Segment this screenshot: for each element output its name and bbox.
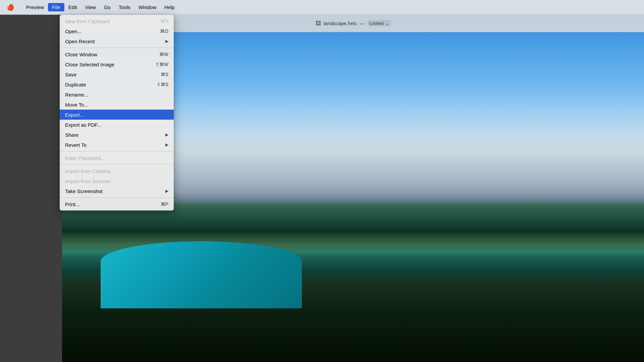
menu-item-label: Move To... <box>65 102 168 108</box>
menu-separator-1 <box>60 48 174 48</box>
menu-item-label: Import from Scanner... <box>65 178 168 184</box>
menu-item-enter-password[interactable]: Enter Password... <box>60 153 174 163</box>
menu-item-label: Rename... <box>65 92 168 98</box>
menu-separator-2 <box>60 151 174 152</box>
menubar-edit[interactable]: Edit <box>64 3 81 11</box>
menubar: 🍎 Preview File Edit View Go Tools Window… <box>0 0 644 15</box>
menu-item-print[interactable]: Print... ⌘P <box>60 199 174 209</box>
menu-item-label: Share <box>65 132 165 138</box>
menu-item-shortcut: ⌘P <box>161 201 168 207</box>
menu-item-import-camera[interactable]: Import from Camera... <box>60 166 174 176</box>
menu-item-label: Open... <box>65 28 160 34</box>
menu-item-save[interactable]: Save ⌘S <box>60 69 174 79</box>
menu-item-label: Take Screenshot <box>65 188 165 194</box>
menubar-help[interactable]: Help <box>160 3 179 11</box>
menu-item-label: Enter Password... <box>65 155 168 161</box>
menubar-preview[interactable]: Preview <box>22 3 48 11</box>
locked-badge[interactable]: Locked ⌄ <box>368 20 391 26</box>
menu-item-label: Revert To <box>65 142 165 148</box>
title-separator: — <box>360 20 365 26</box>
menu-item-shortcut: ⌘O <box>160 28 168 34</box>
menu-item-open[interactable]: Open... ⌘O <box>60 26 174 36</box>
file-icon: 🖼 <box>316 20 321 26</box>
menubar-file[interactable]: File <box>48 3 64 11</box>
menu-item-export[interactable]: Export... <box>60 110 174 120</box>
menu-item-label: Close Window <box>65 52 159 57</box>
chevron-down-icon: ⌄ <box>385 21 389 26</box>
menu-item-label: Print... <box>65 201 161 207</box>
menu-item-take-screenshot[interactable]: Take Screenshot ▶ <box>60 186 174 196</box>
menu-item-new-from-clipboard[interactable]: New from Clipboard ⌘N <box>60 16 174 26</box>
menu-item-label: New from Clipboard <box>65 18 160 24</box>
menu-item-label: Export as PDF... <box>65 122 168 128</box>
menu-item-label: Export... <box>65 112 168 118</box>
menubar-go[interactable]: Go <box>100 3 115 11</box>
submenu-arrow-icon: ▶ <box>165 189 168 193</box>
menu-separator-4 <box>60 197 174 198</box>
submenu-arrow-icon: ▶ <box>165 142 168 147</box>
menu-item-move-to[interactable]: Move To... <box>60 100 174 110</box>
menubar-tools[interactable]: Tools <box>115 3 135 11</box>
menu-item-label: Open Recent <box>65 39 165 44</box>
menu-item-share[interactable]: Share ▶ <box>60 130 174 140</box>
menu-item-open-recent[interactable]: Open Recent ▶ <box>60 36 174 46</box>
menu-item-rename[interactable]: Rename... <box>60 89 174 100</box>
menu-item-label: Close Selected Image <box>65 62 155 67</box>
submenu-arrow-icon: ▶ <box>165 39 168 44</box>
menu-separator-3 <box>60 164 174 165</box>
menu-item-duplicate[interactable]: Duplicate ⇧⌘S <box>60 79 174 89</box>
apple-menu[interactable]: 🍎 <box>4 4 17 11</box>
sidebar <box>0 15 62 362</box>
menu-item-revert-to[interactable]: Revert To ▶ <box>60 140 174 150</box>
submenu-arrow-icon: ▶ <box>165 132 168 137</box>
locked-label: Locked <box>370 21 384 26</box>
menubar-view[interactable]: View <box>81 3 100 11</box>
menu-item-shortcut: ⌘N <box>160 18 168 24</box>
menu-item-close-selected-image[interactable]: Close Selected Image ⇧⌘W <box>60 59 174 69</box>
menu-item-shortcut: ⇧⌘W <box>155 62 168 67</box>
file-menu-dropdown: New from Clipboard ⌘N Open... ⌘O Open Re… <box>60 15 174 210</box>
filename: landscape.heic <box>324 20 357 26</box>
menu-item-label: Duplicate <box>65 82 157 87</box>
menubar-window[interactable]: Window <box>135 3 160 11</box>
menu-item-shortcut: ⌘S <box>161 72 168 77</box>
menu-item-export-as-pdf[interactable]: Export as PDF... <box>60 120 174 130</box>
menu-item-shortcut: ⌘W <box>159 52 168 57</box>
lake-background <box>101 241 302 308</box>
menu-item-import-scanner[interactable]: Import from Scanner... <box>60 176 174 186</box>
menu-item-close-window[interactable]: Close Window ⌘W <box>60 49 174 59</box>
menu-item-shortcut: ⇧⌘S <box>157 82 168 87</box>
menu-item-label: Save <box>65 72 161 77</box>
menu-item-label: Import from Camera... <box>65 168 168 174</box>
